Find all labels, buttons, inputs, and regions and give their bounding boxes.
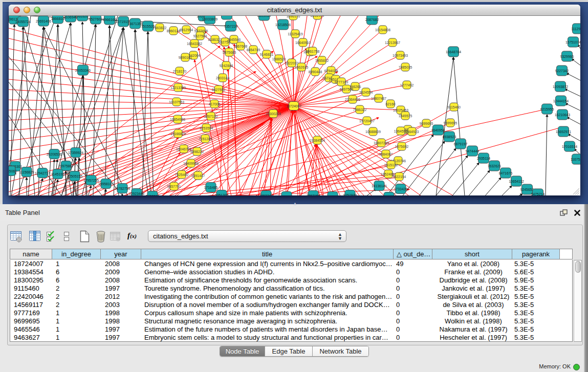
svg-text:16033809: 16033809	[202, 17, 217, 21]
svg-text:2718170: 2718170	[173, 70, 187, 73]
svg-text:14055724: 14055724	[15, 20, 31, 24]
svg-text:2935114: 2935114	[477, 157, 490, 160]
svg-text:12093872: 12093872	[553, 85, 568, 89]
svg-text:9699695: 9699695	[444, 121, 458, 125]
svg-text:15751074: 15751074	[565, 40, 580, 44]
svg-text:417006: 417006	[209, 102, 221, 106]
svg-text:8960124: 8960124	[167, 29, 181, 33]
svg-text:2522154: 2522154	[393, 175, 406, 179]
svg-text:19218506: 19218506	[275, 23, 291, 27]
svg-text:11156829: 11156829	[19, 170, 34, 174]
svg-text:8427552: 8427552	[212, 88, 226, 92]
svg-text:19166829: 19166829	[170, 132, 186, 136]
svg-text:8990448: 8990448	[309, 70, 322, 74]
svg-text:3267130: 3267130	[204, 115, 218, 118]
svg-text:9146821: 9146821	[260, 53, 274, 56]
svg-text:16409948: 16409948	[183, 162, 199, 165]
svg-text:21364436: 21364436	[345, 98, 360, 101]
svg-text:9450512: 9450512	[146, 194, 160, 196]
svg-text:10653267: 10653267	[75, 16, 90, 18]
svg-text:7357224: 7357224	[224, 25, 238, 28]
svg-text:16782759: 16782759	[115, 187, 130, 190]
svg-text:6497568: 6497568	[340, 87, 354, 91]
svg-text:20053346: 20053346	[75, 69, 91, 72]
svg-text:6966160: 6966160	[103, 18, 117, 21]
svg-text:1615132: 1615132	[384, 163, 398, 167]
svg-text:8475214: 8475214	[531, 192, 545, 196]
svg-text:9245652: 9245652	[520, 188, 534, 191]
svg-text:9084067: 9084067	[379, 152, 393, 156]
svg-text:8471676: 8471676	[499, 171, 513, 175]
svg-text:17359924: 17359924	[68, 151, 83, 155]
svg-text:1135061: 1135061	[9, 169, 17, 173]
svg-text:19384554: 19384554	[310, 139, 325, 142]
svg-text:12444154: 12444154	[553, 99, 569, 103]
svg-text:5498222: 5498222	[190, 150, 204, 154]
svg-text:8131974: 8131974	[311, 16, 324, 17]
svg-text:19958107: 19958107	[98, 182, 114, 186]
svg-text:1866816: 1866816	[51, 17, 65, 20]
svg-text:1362615: 1362615	[295, 65, 309, 69]
svg-text:1733426: 1733426	[394, 187, 408, 191]
svg-text:7625402: 7625402	[175, 173, 189, 177]
svg-text:1112905: 1112905	[571, 27, 580, 31]
svg-text:1051992: 1051992	[220, 16, 234, 16]
svg-text:6879197: 6879197	[454, 142, 468, 146]
svg-text:7663822: 7663822	[153, 26, 167, 30]
svg-text:15720407: 15720407	[359, 119, 375, 123]
svg-text:62160: 62160	[386, 102, 396, 106]
svg-text:1716485: 1716485	[204, 186, 218, 189]
svg-text:1588520: 1588520	[272, 57, 286, 61]
svg-text:1051205: 1051205	[215, 193, 229, 196]
svg-text:9227342: 9227342	[555, 69, 569, 73]
svg-text:2867608: 2867608	[234, 45, 248, 48]
svg-text:8454749: 8454749	[247, 48, 260, 52]
svg-text:16854988: 16854988	[170, 118, 185, 121]
svg-text:10025453: 10025453	[393, 108, 408, 112]
svg-text:8215955: 8215955	[540, 107, 554, 111]
svg-text:16671355: 16671355	[127, 22, 143, 26]
svg-text:12213389: 12213389	[170, 86, 186, 90]
svg-text:10654112: 10654112	[509, 180, 524, 183]
svg-text:9329966: 9329966	[560, 55, 574, 58]
svg-text:8938923: 8938923	[443, 135, 456, 139]
svg-text:7955812: 7955812	[315, 59, 329, 62]
svg-text:1096176: 1096176	[287, 16, 300, 18]
svg-text:2803144: 2803144	[216, 76, 230, 80]
svg-text:1640954: 1640954	[431, 128, 445, 132]
svg-text:9890161: 9890161	[179, 56, 192, 59]
svg-text:12942737: 12942737	[35, 171, 50, 175]
svg-text:16640910: 16640910	[295, 41, 311, 45]
svg-text:9245011: 9245011	[382, 195, 396, 196]
svg-text:5875685: 5875685	[223, 51, 236, 54]
svg-text:9457791: 9457791	[167, 185, 181, 188]
svg-text:10973493: 10973493	[393, 54, 408, 57]
svg-text:1527602: 1527602	[89, 17, 103, 21]
svg-text:16648784: 16648784	[446, 50, 461, 54]
svg-text:18807249: 18807249	[374, 141, 389, 145]
svg-text:1277492: 1277492	[400, 83, 414, 87]
svg-text:15692971: 15692971	[556, 130, 571, 134]
svg-text:7632621: 7632621	[488, 164, 502, 168]
svg-text:25300203: 25300203	[266, 112, 281, 116]
svg-text:2545546: 2545546	[227, 38, 241, 41]
svg-text:1145193: 1145193	[51, 172, 64, 176]
svg-text:10688609: 10688609	[365, 130, 381, 134]
svg-text:20206536: 20206536	[47, 152, 62, 156]
svg-text:8813054: 8813054	[257, 16, 271, 17]
svg-text:12505155: 12505155	[67, 174, 82, 178]
svg-text:7485035: 7485035	[399, 65, 412, 69]
svg-text:12213967: 12213967	[385, 41, 400, 45]
svg-text:7986322: 7986322	[353, 108, 367, 112]
svg-text:1167533: 1167533	[571, 158, 580, 161]
svg-text:6794028: 6794028	[324, 69, 338, 73]
svg-text:6322037: 6322037	[285, 61, 299, 65]
svg-text:16210643: 16210643	[555, 113, 570, 117]
svg-text:9699695: 9699695	[420, 122, 433, 125]
svg-text:14136141: 14136141	[372, 184, 387, 188]
svg-text:17016514: 17016514	[562, 145, 577, 148]
svg-text:9242848: 9242848	[220, 64, 233, 68]
svg-text:6961758: 6961758	[306, 50, 320, 53]
svg-text:1364592: 1364592	[394, 129, 408, 133]
svg-text:7151245: 7151245	[199, 137, 212, 141]
